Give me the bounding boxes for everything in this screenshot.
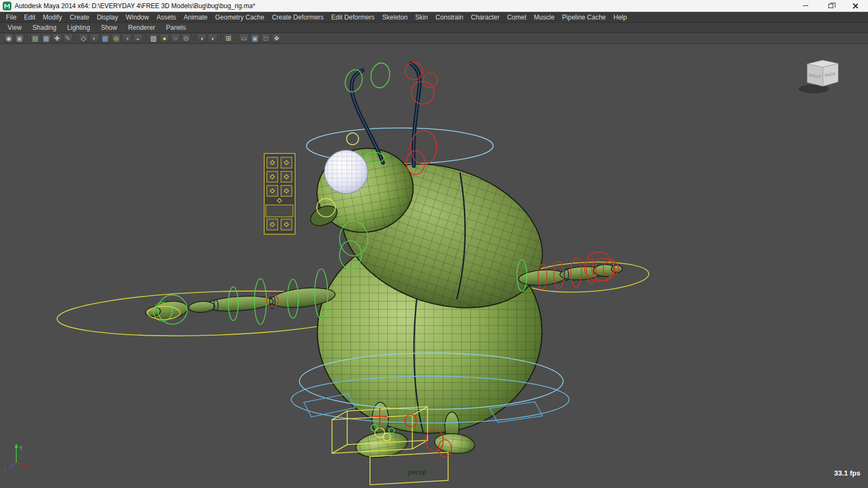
- menu-edit[interactable]: Edit: [20, 12, 39, 22]
- xray-icon[interactable]: ○: [170, 34, 180, 43]
- bug-eye[interactable]: [324, 150, 368, 194]
- share-edits-icon[interactable]: ❖: [272, 34, 282, 43]
- minimize-button[interactable]: [793, 0, 818, 11]
- use-all-lights-icon[interactable]: ◎: [111, 34, 121, 43]
- menu-skin[interactable]: Skin: [411, 12, 431, 22]
- textured-icon[interactable]: ▩: [100, 34, 110, 43]
- panel-menu-shading[interactable]: Shading: [27, 23, 62, 33]
- axis-z-label: z: [4, 467, 7, 473]
- panel-menu-lighting[interactable]: Lighting: [62, 23, 95, 33]
- image-plane-icon[interactable]: ▦: [41, 34, 51, 43]
- picker-panel[interactable]: [264, 153, 295, 234]
- titlebar: Autodesk Maya 2014 x64: D:\EVERYDAY 4\FR…: [0, 0, 868, 12]
- resolution-gate-icon[interactable]: ▭: [239, 34, 249, 43]
- bookmark-icon[interactable]: ▤: [30, 34, 40, 43]
- menu-skeleton[interactable]: Skeleton: [379, 12, 412, 22]
- occlusion-icon[interactable]: ◒: [133, 34, 143, 43]
- wireframe-icon[interactable]: ◇: [79, 34, 88, 43]
- maya-logo-icon: [3, 2, 11, 10]
- menu-create[interactable]: Create: [66, 12, 93, 22]
- menu-file[interactable]: File: [2, 12, 20, 22]
- camera-name-label: persp: [408, 468, 426, 476]
- menu-geometry-cache[interactable]: Geometry Cache: [212, 12, 269, 22]
- menu-display[interactable]: Display: [93, 12, 122, 22]
- close-icon: [852, 3, 859, 9]
- select-camera-icon[interactable]: ◉: [4, 34, 14, 43]
- panel-toolbar: ◉▣▤▦✚✎◇◐▩◎◑◒▨●○⊙◖◗⊞▭▣□❖: [0, 33, 868, 44]
- object-selection-icon[interactable]: ⊞: [224, 34, 233, 43]
- panel-menu-renderer[interactable]: Renderer: [123, 23, 161, 33]
- exposure-icon[interactable]: ◖: [197, 34, 207, 43]
- smooth-shade-icon[interactable]: ◐: [90, 34, 99, 43]
- axis-x-label: x: [28, 464, 31, 470]
- axis-indicator: Y x z: [4, 444, 31, 473]
- camera-attributes-icon[interactable]: ▣: [15, 34, 24, 43]
- grease-pencil-icon[interactable]: ✎: [63, 34, 73, 43]
- menu-create-deformers[interactable]: Create Deformers: [268, 12, 327, 22]
- fps-counter: 33.1 fps: [834, 469, 860, 477]
- restore-icon: [828, 4, 833, 8]
- menu-comet[interactable]: Comet: [503, 12, 530, 22]
- menu-constrain[interactable]: Constrain: [432, 12, 467, 22]
- film-gate-icon[interactable]: □: [261, 34, 271, 43]
- toolbar-separator: [27, 35, 28, 42]
- window-title: Autodesk Maya 2014 x64: D:\EVERYDAY 4\FR…: [15, 2, 256, 10]
- toolbar-separator: [75, 35, 76, 42]
- perspective-viewport[interactable]: RIGHT BACK Y x z persp 33.1 fps: [0, 44, 868, 488]
- menu-animate[interactable]: Animate: [180, 12, 211, 22]
- gate-mask-icon[interactable]: ▣: [250, 34, 260, 43]
- multisample-aa-icon[interactable]: ▨: [149, 34, 158, 43]
- two-d-pan-zoom-icon[interactable]: ✚: [52, 34, 62, 43]
- panel-menubar: View Shading Lighting Show Renderer Pane…: [0, 23, 868, 33]
- toolbar-separator: [194, 35, 194, 42]
- menu-character[interactable]: Character: [467, 12, 503, 22]
- panel-menu-show[interactable]: Show: [95, 23, 123, 33]
- main-menubar: File Edit Modify Create Display Window A…: [0, 12, 868, 23]
- menu-muscle[interactable]: Muscle: [530, 12, 558, 22]
- panel-menu-view[interactable]: View: [2, 23, 27, 33]
- toolbar-separator: [220, 35, 221, 42]
- shadows-icon[interactable]: ◑: [122, 34, 132, 43]
- panel-menu-panels[interactable]: Panels: [161, 23, 192, 33]
- menu-window[interactable]: Window: [122, 12, 153, 22]
- left-arm[interactable]: [145, 285, 336, 322]
- menu-modify[interactable]: Modify: [39, 12, 66, 22]
- menu-assets[interactable]: Assets: [152, 12, 180, 22]
- menu-edit-deformers[interactable]: Edit Deformers: [328, 12, 379, 22]
- default-material-icon[interactable]: ●: [159, 34, 169, 43]
- view-cube[interactable]: RIGHT BACK: [799, 60, 838, 93]
- menu-help[interactable]: Help: [610, 12, 631, 22]
- axis-y-label: Y: [19, 445, 23, 451]
- close-button[interactable]: [843, 0, 868, 11]
- window-controls: [793, 0, 868, 11]
- menu-pipeline-cache[interactable]: Pipeline Cache: [558, 12, 610, 22]
- gamma-icon[interactable]: ◗: [208, 34, 218, 43]
- toolbar-separator: [236, 35, 237, 42]
- minimize-icon: [803, 5, 808, 6]
- maya-window: Autodesk Maya 2014 x64: D:\EVERYDAY 4\FR…: [0, 0, 868, 488]
- xray-joints-icon[interactable]: ⊙: [181, 34, 191, 43]
- maximize-button[interactable]: [818, 0, 843, 11]
- toolbar-separator: [145, 35, 146, 42]
- viewport-canvas[interactable]: RIGHT BACK Y x z: [0, 44, 868, 488]
